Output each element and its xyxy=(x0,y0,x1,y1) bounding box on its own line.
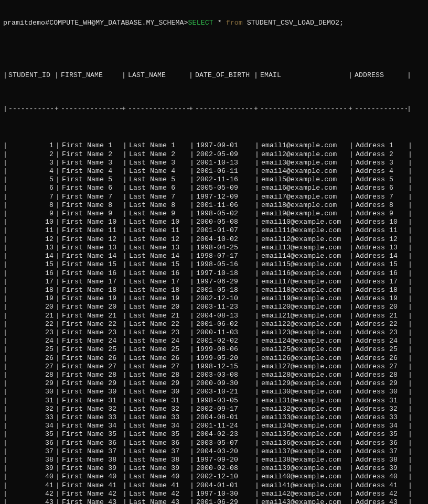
pipe-icon: | xyxy=(349,464,354,473)
cell-email: email43@example.com xyxy=(259,498,349,504)
pipe-icon: | xyxy=(349,345,354,354)
cell-email: email12@example.com xyxy=(259,235,349,244)
cell-first-name: First Name 7 xyxy=(60,193,123,201)
cell-first-name: First Name 13 xyxy=(60,244,123,252)
pipe-icon: | xyxy=(190,447,194,456)
cell-address: Address 23 xyxy=(354,328,408,337)
pipe-icon: | xyxy=(255,252,259,260)
cell-student-id: 14 xyxy=(7,252,56,260)
pipe-icon: | xyxy=(123,167,127,176)
cell-email: email4@example.com xyxy=(259,167,349,176)
pipe-icon: | xyxy=(123,354,127,363)
cell-last-name: Last Name 25 xyxy=(127,345,190,354)
cell-student-id: 22 xyxy=(7,320,56,328)
pipe-icon: | xyxy=(255,294,259,303)
pipe-icon: | xyxy=(349,422,354,430)
pipe-icon: | xyxy=(3,481,7,490)
cell-date-of-birth: 2001-06-11 xyxy=(194,167,255,176)
cell-student-id: 21 xyxy=(7,312,56,320)
table-row: |26|First Name 26|Last Name 26|1999-05-2… xyxy=(3,354,425,363)
cell-email: email40@example.com xyxy=(259,473,349,481)
pipe-icon: | xyxy=(56,303,60,311)
pipe-icon: | xyxy=(56,210,60,218)
pipe-icon: | xyxy=(3,226,7,235)
cell-student-id: 33 xyxy=(7,413,56,422)
pipe-icon: | xyxy=(56,439,60,447)
pipe-icon: | xyxy=(123,379,127,388)
table-row: |17|First Name 17|Last Name 17|1997-06-2… xyxy=(3,278,425,286)
pipe-icon: | xyxy=(123,498,127,504)
cell-student-id: 10 xyxy=(7,218,56,226)
sql-prompt-line[interactable]: pramitdemo#COMPUTE_WH@MY_DATABASE.MY_SCH… xyxy=(3,19,425,27)
pipe-icon: | xyxy=(408,167,412,176)
cell-date-of-birth: 1997-10-30 xyxy=(194,490,255,498)
cell-address: Address 24 xyxy=(354,337,408,345)
pipe-icon: | xyxy=(3,71,7,80)
pipe-icon: | xyxy=(190,303,194,311)
pipe-icon: | xyxy=(3,150,7,159)
pipe-icon: | xyxy=(56,363,60,371)
cell-last-name: Last Name 19 xyxy=(127,294,190,303)
pipe-icon: | xyxy=(56,371,60,379)
cell-student-id: 13 xyxy=(7,244,56,252)
cell-student-id: 29 xyxy=(7,379,56,388)
pipe-icon: | xyxy=(349,337,354,345)
cell-date-of-birth: 2005-05-09 xyxy=(194,184,255,192)
cell-last-name: Last Name 27 xyxy=(127,363,190,371)
pipe-icon: | xyxy=(3,388,7,396)
cell-student-id: 20 xyxy=(7,303,56,311)
cell-date-of-birth: 1997-09-01 xyxy=(194,141,255,150)
pipe-icon: | xyxy=(349,303,354,311)
pipe-icon: | xyxy=(408,176,412,184)
cell-last-name: Last Name 24 xyxy=(127,337,190,345)
pipe-icon: | xyxy=(190,167,194,176)
cell-address: Address 15 xyxy=(354,260,408,269)
pipe-icon: | xyxy=(190,286,194,294)
pipe-icon: | xyxy=(349,226,354,235)
cell-first-name: First Name 30 xyxy=(60,388,123,396)
pipe-icon: | xyxy=(56,481,60,490)
table-row: |35|First Name 35|Last Name 35|2004-02-2… xyxy=(3,430,425,439)
pipe-icon: | xyxy=(123,210,127,218)
table-row: |11|First Name 11|Last Name 11|2001-01-0… xyxy=(3,226,425,235)
pipe-icon: | xyxy=(3,490,7,498)
pipe-icon: | xyxy=(3,278,7,286)
pipe-icon: | xyxy=(255,218,259,226)
pipe-icon: | xyxy=(56,490,60,498)
pipe-icon: | xyxy=(3,141,7,150)
cell-address: Address 41 xyxy=(354,481,408,490)
cell-address: Address 10 xyxy=(354,218,408,226)
pipe-icon: | xyxy=(254,71,258,80)
cell-date-of-birth: 1998-03-05 xyxy=(194,397,255,405)
cell-email: email1@example.com xyxy=(259,141,349,150)
cell-first-name: First Name 24 xyxy=(60,337,123,345)
pipe-icon: | xyxy=(123,397,127,405)
pipe-icon: | xyxy=(408,218,412,226)
cell-address: Address 30 xyxy=(354,388,408,396)
cell-student-id: 6 xyxy=(7,184,56,192)
pipe-icon: | xyxy=(408,312,412,320)
pipe-icon: | xyxy=(408,422,412,430)
pipe-icon: | xyxy=(123,422,127,430)
pipe-icon: | xyxy=(408,337,412,345)
cell-date-of-birth: 1999-05-20 xyxy=(194,354,255,363)
cell-student-id: 30 xyxy=(7,388,56,396)
cell-first-name: First Name 43 xyxy=(60,498,123,504)
pipe-icon: | xyxy=(3,294,7,303)
cell-date-of-birth: 2004-08-01 xyxy=(194,413,255,422)
pipe-icon: | xyxy=(123,345,127,354)
pipe-icon: | xyxy=(123,473,127,481)
cell-student-id: 35 xyxy=(7,430,56,439)
table-row: |29|First Name 29|Last Name 29|2000-09-3… xyxy=(3,379,425,388)
cell-address: Address 22 xyxy=(354,320,408,328)
pipe-icon: | xyxy=(408,490,412,498)
cell-email: email41@example.com xyxy=(259,481,349,490)
pipe-icon: | xyxy=(123,363,127,371)
cell-address: Address 29 xyxy=(354,379,408,388)
pipe-icon: | xyxy=(349,150,354,159)
cell-address: Address 16 xyxy=(354,269,408,278)
cell-date-of-birth: 1999-08-06 xyxy=(194,345,255,354)
cell-address: Address 40 xyxy=(354,473,408,481)
from-keyword: from xyxy=(226,19,243,27)
pipe-icon: | xyxy=(349,320,354,328)
